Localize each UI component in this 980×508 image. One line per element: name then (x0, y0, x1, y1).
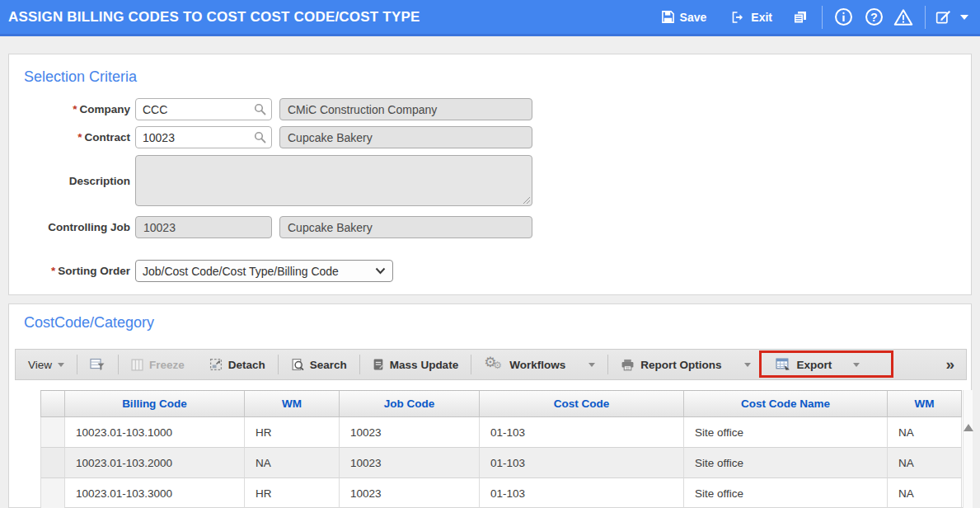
costcode-category-panel: CostCode/Category View Freeze (8, 303, 972, 508)
freeze-button[interactable]: Freeze (119, 359, 197, 371)
cell-wm[interactable]: HR (245, 478, 340, 508)
company-row: *Company CMiC Construction Company (13, 98, 532, 120)
contract-input[interactable] (135, 126, 272, 148)
filter-table-icon (90, 358, 106, 371)
column-header[interactable]: WM (888, 390, 962, 417)
description-textarea[interactable] (136, 156, 532, 205)
sorting-order-select[interactable]: Job/Cost Code/Cost Type/Billing Code (135, 260, 393, 282)
select-chevron-icon (375, 267, 386, 275)
table-scrollbar[interactable] (963, 390, 973, 508)
company-lookup-icon[interactable] (254, 103, 266, 115)
company-input[interactable] (135, 98, 272, 120)
export-callout-wrap: Export (763, 358, 872, 371)
column-header[interactable]: Billing Code (65, 390, 245, 417)
cell-cost-code-name[interactable]: Site office (684, 448, 888, 478)
contract-row: *Contract Cupcake Bakery (13, 126, 532, 148)
freeze-icon (131, 359, 143, 371)
exit-icon (731, 11, 746, 24)
costcode-table: Billing Code WM Job Code Cost Code Cost … (40, 390, 962, 508)
cell-cost-code-name[interactable]: Site office (684, 478, 888, 508)
help-button[interactable]: ? (865, 7, 884, 26)
cell-wm[interactable]: HR (245, 417, 340, 448)
column-header[interactable]: Job Code (340, 390, 480, 417)
column-header[interactable]: WM (245, 390, 340, 417)
detach-button[interactable]: Detach (197, 358, 278, 371)
cell-wm2[interactable]: NA (888, 478, 962, 508)
grid-toolbar: View Freeze Detach (15, 349, 967, 380)
table-row[interactable]: 10023.01-103.1000 HR 10023 01-103 Site o… (40, 417, 962, 448)
scroll-up-icon[interactable] (964, 424, 973, 431)
view-caret-icon (58, 363, 64, 367)
printer-icon (621, 359, 635, 371)
controlling-job-display: 10023 (135, 216, 272, 238)
application-window: ASSIGN BILLING CODES TO COST COST CODE/C… (0, 0, 980, 508)
contract-lookup-icon[interactable] (254, 131, 266, 143)
cell-billing-code[interactable]: 10023.01-103.1000 (65, 417, 245, 448)
required-marker: * (51, 265, 55, 277)
table-header-row: Billing Code WM Job Code Cost Code Cost … (40, 390, 962, 417)
exit-button[interactable]: Exit (731, 11, 772, 24)
info-icon (834, 7, 853, 26)
view-menu-button[interactable]: View (16, 359, 77, 371)
svg-text:?: ? (870, 11, 878, 24)
detach-icon (209, 358, 223, 371)
cell-cost-code[interactable]: 01-103 (480, 448, 684, 478)
help-icon: ? (865, 7, 884, 26)
column-header[interactable]: Cost Code Name (684, 390, 888, 417)
search-button[interactable]: Search (279, 358, 359, 371)
cell-cost-code[interactable]: 01-103 (480, 417, 684, 448)
toolbar-overflow-icon[interactable]: » (934, 355, 966, 374)
search-doc-icon (291, 358, 304, 371)
info-button[interactable] (834, 7, 853, 26)
cell-wm2[interactable]: NA (888, 417, 962, 448)
cell-wm[interactable]: NA (245, 448, 340, 478)
cell-wm2[interactable]: NA (888, 448, 962, 478)
required-marker: * (73, 103, 77, 115)
cell-billing-code[interactable]: 10023.01-103.3000 (65, 478, 245, 508)
column-header[interactable]: Cost Code (480, 390, 684, 417)
edit-notes-button[interactable] (935, 10, 952, 25)
export-menu-button[interactable]: Export (763, 358, 872, 371)
cell-job-code[interactable]: 10023 (340, 417, 480, 448)
costcode-category-heading: CostCode/Category (24, 314, 154, 332)
cell-billing-code[interactable]: 10023.01-103.2000 (65, 448, 245, 478)
table-row[interactable]: 10023.01-103.3000 HR 10023 01-103 Site o… (40, 478, 962, 508)
workflows-menu-button[interactable]: ⚙ ⚙ Workflows (471, 356, 607, 373)
save-icon (661, 10, 675, 24)
alerts-button[interactable] (893, 8, 913, 26)
workflows-gears-icon: ⚙ ⚙ (484, 356, 504, 373)
row-selector-header (40, 390, 65, 417)
row-selector-cell[interactable] (40, 478, 65, 508)
report-options-caret-icon (744, 363, 751, 367)
contract-field-wrap (135, 126, 272, 148)
cell-job-code[interactable]: 10023 (340, 448, 480, 478)
header-divider (822, 6, 823, 29)
mass-update-icon (373, 358, 384, 371)
save-button[interactable]: Save (661, 10, 707, 24)
page-title: ASSIGN BILLING CODES TO COST COST CODE/C… (0, 9, 420, 26)
pages-icon (792, 10, 809, 25)
mass-update-button[interactable]: Mass Update (360, 358, 471, 371)
query-by-example-button[interactable] (77, 358, 118, 371)
export-caret-icon (853, 363, 860, 367)
controlling-job-row: Controlling Job 10023 Cupcake Bakery (13, 216, 532, 238)
controlling-job-name-display: Cupcake Bakery (279, 216, 532, 238)
cell-job-code[interactable]: 10023 (340, 478, 480, 508)
warning-icon (893, 8, 913, 26)
required-marker: * (77, 131, 82, 143)
sorting-order-row: *Sorting Order Job/Cost Code/Cost Type/B… (13, 260, 393, 282)
row-selector-cell[interactable] (40, 417, 65, 448)
cell-cost-code[interactable]: 01-103 (480, 478, 684, 508)
row-selector-cell[interactable] (40, 448, 65, 478)
app-header: ASSIGN BILLING CODES TO COST COST CODE/C… (0, 0, 980, 36)
description-label: Description (13, 175, 135, 187)
cell-cost-code-name[interactable]: Site office (684, 417, 888, 448)
table-row[interactable]: 10023.01-103.2000 NA 10023 01-103 Site o… (40, 448, 962, 478)
company-field-wrap (135, 98, 272, 120)
report-options-menu-button[interactable]: Report Options (608, 359, 763, 371)
header-divider-2 (925, 6, 926, 29)
contract-label: *Contract (13, 131, 135, 143)
header-menu-caret-icon[interactable] (960, 15, 968, 20)
edit-notes-icon (935, 10, 952, 25)
related-pages-button[interactable] (792, 10, 809, 25)
